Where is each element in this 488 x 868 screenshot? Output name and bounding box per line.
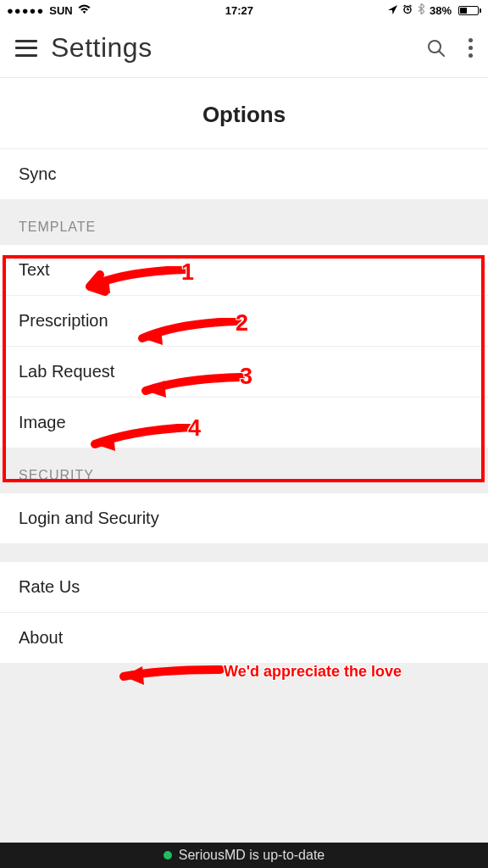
settings-item-rate-us[interactable]: Rate Us — [0, 562, 488, 612]
wifi-icon — [78, 4, 91, 17]
nav-bar: Settings — [0, 19, 488, 78]
search-icon[interactable] — [426, 38, 446, 58]
annotation-love-text: We'd appreciate the love — [224, 663, 402, 681]
section-header-security: SECURITY — [0, 448, 488, 493]
section-header-template: TEMPLATE — [0, 199, 488, 245]
battery-icon — [457, 6, 481, 15]
page-title: Options — [0, 78, 488, 148]
carrier-label: SUN — [49, 4, 72, 17]
status-footer: SeriousMD is up-to-date — [0, 843, 488, 868]
clock-label: 17:27 — [91, 4, 388, 17]
settings-item-login-security[interactable]: Login and Security — [0, 493, 488, 543]
location-icon — [388, 4, 397, 17]
status-dot-icon — [164, 851, 172, 860]
bluetooth-icon — [418, 3, 424, 17]
status-footer-text: SeriousMD is up-to-date — [179, 848, 325, 863]
annotation-number-3: 3 — [240, 364, 252, 390]
more-icon[interactable] — [469, 38, 473, 58]
annotation-number-4: 4 — [188, 415, 201, 442]
content-area: Options Sync TEMPLATE Text Prescription … — [0, 78, 488, 843]
nav-title: Settings — [51, 32, 426, 64]
ios-status-bar: ●●●●● SUN 17:27 38% — [0, 0, 488, 19]
settings-item-sync[interactable]: Sync — [0, 148, 488, 199]
alarm-icon — [402, 4, 413, 17]
svg-line-2 — [440, 51, 445, 56]
battery-pct-label: 38% — [430, 4, 452, 17]
menu-icon[interactable] — [15, 40, 37, 57]
signal-dots-icon: ●●●●● — [7, 4, 44, 17]
settings-item-about[interactable]: About — [0, 612, 488, 663]
settings-item-image[interactable]: Image — [0, 397, 488, 448]
annotation-arrow-love — [108, 659, 227, 690]
annotation-number-2: 2 — [236, 310, 248, 337]
settings-item-text[interactable]: Text — [0, 245, 488, 295]
annotation-number-1: 1 — [181, 259, 194, 286]
